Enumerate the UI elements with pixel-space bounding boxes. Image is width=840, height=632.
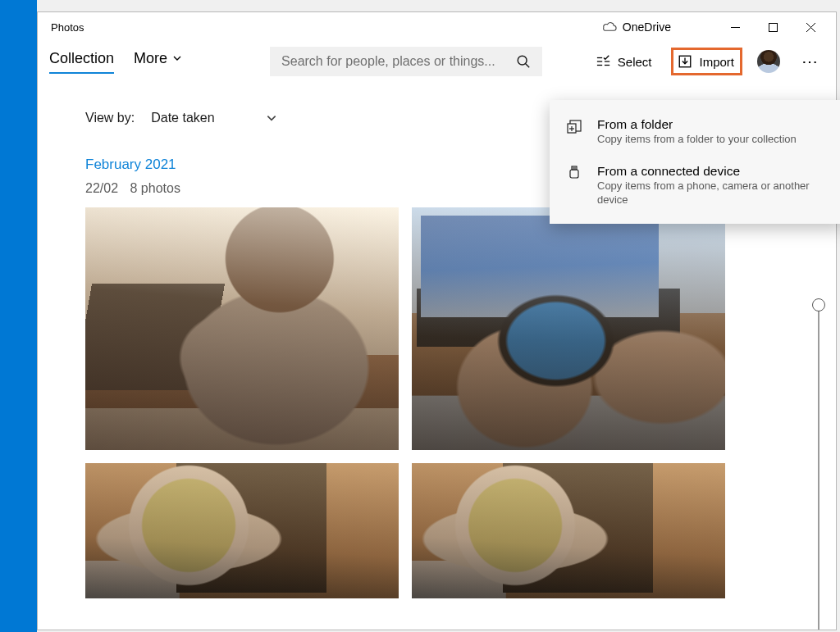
search-placeholder: Search for people, places or things... (281, 54, 508, 69)
maximize-button[interactable] (754, 15, 792, 39)
import-dropdown: From a folder Copy items from a folder t… (550, 100, 840, 224)
chevron-down-icon (172, 53, 182, 63)
svg-line-5 (526, 64, 530, 68)
tab-more-label: More (134, 50, 167, 67)
usb-icon (566, 165, 582, 181)
select-button[interactable]: Select (591, 49, 657, 74)
section-date: 22/02 (85, 181, 118, 195)
photo-thumbnail[interactable] (412, 463, 725, 598)
dd-folder-subtitle: Copy items from a folder to your collect… (597, 133, 797, 147)
dd-device-title: From a connected device (597, 163, 829, 180)
chevron-down-icon (266, 112, 277, 124)
avatar[interactable] (757, 50, 780, 73)
dd-device-subtitle: Copy items from a phone, camera or anoth… (597, 180, 829, 207)
photo-thumbnail[interactable] (85, 463, 399, 598)
app-title: Photos (51, 21, 84, 34)
import-from-device[interactable]: From a connected device Copy items from … (550, 155, 840, 216)
photo-thumbnail[interactable] (85, 207, 399, 450)
titlebar: Photos OneDrive (38, 12, 836, 42)
search-icon (516, 54, 531, 69)
import-label: Import (699, 55, 734, 69)
view-by-label: View by: (85, 111, 135, 125)
onedrive-label: OneDrive (623, 20, 671, 34)
scrubber-handle[interactable] (812, 298, 825, 311)
svg-rect-1 (769, 23, 777, 31)
tab-collection[interactable]: Collection (49, 50, 114, 74)
timeline-scrubber[interactable]: 2021 (818, 301, 819, 630)
import-from-folder[interactable]: From a folder Copy items from a folder t… (550, 108, 840, 155)
close-button[interactable] (792, 15, 829, 39)
folder-add-icon (566, 118, 582, 134)
section-count: 8 photos (130, 181, 180, 195)
select-label: Select (618, 55, 652, 69)
onedrive-status[interactable]: OneDrive (601, 20, 716, 34)
svg-rect-17 (572, 166, 577, 170)
view-by-dropdown[interactable]: Date taken (151, 106, 276, 130)
more-menu-button[interactable]: ⋯ (797, 52, 824, 71)
view-by-value: Date taken (151, 111, 214, 125)
photo-grid (85, 207, 725, 598)
svg-rect-18 (570, 170, 578, 178)
cloud-icon (601, 21, 618, 33)
dd-folder-title: From a folder (597, 116, 797, 133)
toolbar: Collection More Search for people, place… (38, 42, 836, 81)
tab-more[interactable]: More (134, 50, 182, 72)
select-icon (596, 54, 611, 69)
photos-app-window: Photos OneDrive Collection More Search f… (37, 11, 837, 630)
photo-thumbnail[interactable] (412, 207, 725, 450)
minimize-button[interactable] (716, 15, 754, 39)
import-icon (678, 54, 692, 69)
search-input[interactable]: Search for people, places or things... (270, 47, 542, 76)
svg-point-4 (518, 56, 527, 65)
import-button[interactable]: Import (673, 49, 741, 74)
